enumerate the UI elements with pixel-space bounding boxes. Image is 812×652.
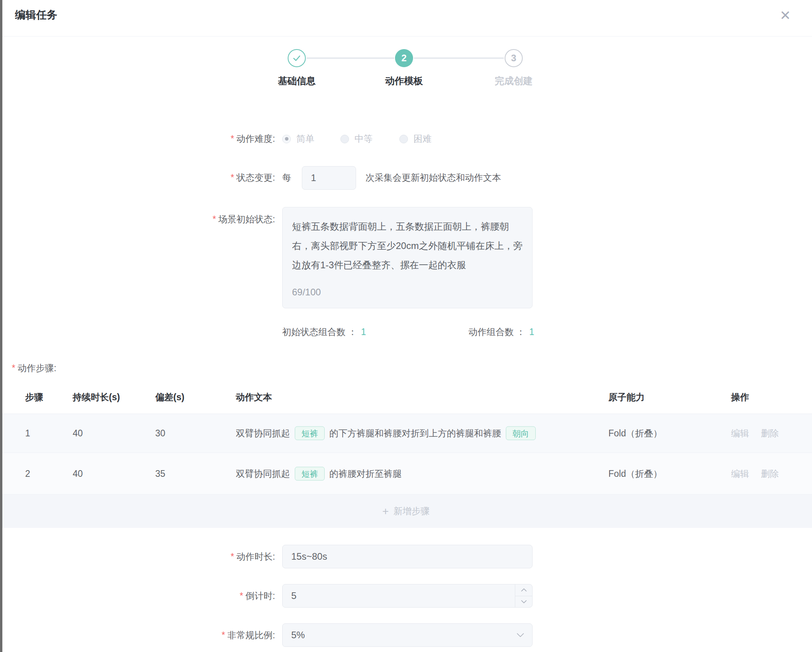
chevron-down-icon [516,633,524,637]
required-mark: * [213,214,216,224]
plus-icon: + [382,506,389,517]
initial-state-textarea[interactable]: 短裤五条数据背面朝上，五条数据正面朝上，裤腰朝右，离头部视野下方至少20cm之外… [282,207,533,308]
check-icon [292,53,302,63]
orientation-tag: 朝向 [506,427,536,440]
required-mark: * [222,630,225,640]
radio-option-easy[interactable]: 简单 [282,133,314,145]
edit-link[interactable]: 编辑 [731,467,749,480]
col-header-deviation: 偏差(s) [155,391,184,403]
required-mark: * [12,363,15,373]
char-counter: 69/100 [292,282,321,302]
radio-option-hard[interactable]: 困难 [399,133,432,145]
delete-link[interactable]: 删除 [761,467,779,480]
step-1-done-circle [288,49,306,67]
combo-value: 1 [361,327,366,337]
initial-state-combo-count: 初始状态组合数 ：1 [282,326,366,338]
stepper-connector [414,57,504,59]
radio-unselected-icon [340,135,349,143]
required-mark: * [231,172,234,183]
step-deviation: 30 [155,428,165,439]
difficulty-label: *动作难度: [153,133,275,145]
state-change-prefix: 每 [282,172,291,183]
radio-label: 困难 [413,133,432,145]
step-duration: 40 [73,468,83,479]
edit-link[interactable]: 编辑 [731,427,749,440]
chevron-down-icon [521,600,527,604]
edit-task-dialog: 编辑任务 ✕ 2 3 基础信息 动作模板 完成创建 *动作难度: 简单 中等 困… [0,0,812,652]
step-deviation: 35 [155,468,165,479]
add-step-label: 新增步骤 [393,505,430,517]
chevron-up-icon [521,588,527,592]
radio-unselected-icon [399,135,408,143]
delete-link[interactable]: 删除 [761,427,779,440]
table-row: 1 40 30 双臂协同抓起 短裤 的下方裤腿和裤腰对折到上方的裤腿和裤腰 朝向… [0,414,812,453]
initial-state-text: 短裤五条数据背面朝上，五条数据正面朝上，裤腰朝右，离头部视野下方至少20cm之外… [292,217,523,275]
add-step-button[interactable]: + 新增步骤 [0,494,812,528]
countdown-label: *倒计时: [153,590,275,602]
number-stepper [515,584,532,607]
col-header-ability: 原子能力 [608,391,645,403]
required-mark: * [231,551,234,562]
action-steps-label: *动作步骤: [12,362,56,374]
object-tag: 短裤 [295,467,325,480]
step-duration: 40 [73,428,83,439]
page-edge-strip [0,0,2,652]
decrement-button[interactable] [515,596,532,608]
step-number: 1 [25,428,30,439]
radio-label: 中等 [355,133,373,145]
row-operations: 编辑 删除 [731,427,779,440]
radio-label: 简单 [296,133,314,145]
duration-label: *动作时长: [153,551,275,562]
header-divider [2,36,812,37]
action-combo-count: 动作组合数 ：1 [468,326,534,338]
step-3-label: 完成创建 [467,75,561,87]
unusual-ratio-select[interactable]: 5% [282,623,533,647]
step-1-label: 基础信息 [250,75,344,87]
row-operations: 编辑 删除 [731,467,779,480]
object-tag: 短裤 [295,427,325,440]
initial-state-label: *场景初始状态: [153,213,275,225]
required-mark: * [231,134,234,144]
state-change-input[interactable]: 1 [302,166,356,190]
col-header-operations: 操作 [731,391,749,403]
combo-value: 1 [529,327,534,337]
duration-input[interactable]: 15s~80s [282,545,533,568]
state-change-suffix: 次采集会更新初始状态和动作文本 [366,172,501,183]
col-header-step: 步骤 [25,391,43,403]
radio-selected-icon [282,135,291,143]
col-header-action-text: 动作文本 [236,391,272,403]
state-change-label: *状态变更: [153,172,275,183]
step-2-label: 动作模板 [357,75,451,87]
action-text: 双臂协同抓起 短裤 的下方裤腿和裤腰对折到上方的裤腿和裤腰 朝向 [236,427,540,440]
required-mark: * [240,591,243,601]
step-3-pending-circle: 3 [505,49,523,67]
close-icon[interactable]: ✕ [776,6,794,24]
action-text: 双臂协同抓起 短裤 的裤腰对折至裤腿 [236,467,402,480]
atomic-ability: Fold（折叠） [608,427,662,440]
stepper-connector [307,57,394,59]
step-2-active-circle: 2 [395,49,413,67]
col-header-duration: 持续时长(s) [73,391,120,403]
table-header-row: 步骤 持续时长(s) 偏差(s) 动作文本 原子能力 操作 [0,380,812,414]
dialog-title: 编辑任务 [15,8,57,22]
step-number: 2 [25,468,30,479]
radio-option-medium[interactable]: 中等 [340,133,373,145]
table-row: 2 40 35 双臂协同抓起 短裤 的裤腰对折至裤腿 Fold（折叠） 编辑 删… [0,453,812,494]
countdown-input[interactable]: 5 [282,584,533,608]
atomic-ability: Fold（折叠） [608,467,662,480]
increment-button[interactable] [515,584,532,596]
unusual-ratio-label: *非常规比例: [153,629,275,641]
